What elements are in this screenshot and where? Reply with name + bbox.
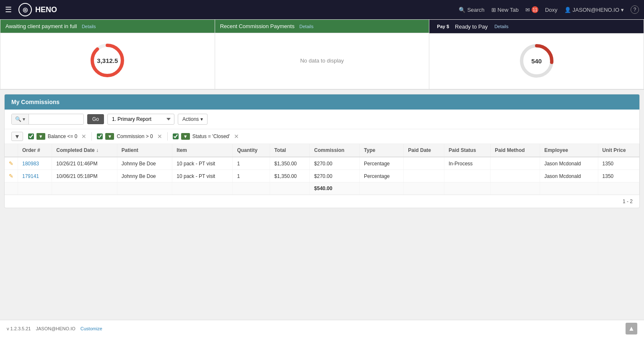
awaiting-value: 3,312.5 [97,57,118,64]
recent-title: Recent Commission Payments [220,23,295,29]
col-commission: Commission [310,144,360,157]
total-empty-5 [172,183,233,195]
new-tab-icon: ⊞ [491,7,496,13]
recent-no-data: No data to display [300,57,344,64]
col-paid-date: Paid Date [404,144,444,157]
qty-cell-2: 1 [233,170,270,183]
item-cell-1: 10 pack - PT visit [172,157,233,170]
filter-balance-remove[interactable]: ✕ [81,133,86,140]
col-order: Order # [18,144,52,157]
recent-card: Recent Commission Payments Details No da… [215,19,430,89]
paid-status-cell-1: In-Process [444,157,490,170]
filter-status-remove[interactable]: ✕ [234,133,239,140]
filter-divider-2 [167,132,168,141]
unit-price-cell-1: 1350 [598,157,639,170]
brand-name: HENO [35,5,57,14]
type-cell-1: Percentage [360,157,404,170]
filter-commission-checkbox[interactable] [97,133,103,139]
ready-details-link[interactable]: Details [494,24,509,29]
toolbar: 🔍 ▾ Go 1. Primary Report 2. Secondary Re… [5,110,639,129]
search-wrapper: 🔍 ▾ [11,114,84,125]
awaiting-details-link[interactable]: Details [82,24,96,29]
user-nav-item[interactable]: 👤 JASON@HENO.IO ▾ [564,7,624,13]
total-row: $540.00 [5,183,639,195]
total-empty-11 [491,183,540,195]
awaiting-donut: 3,312.5 [88,42,126,79]
col-edit [5,144,18,157]
actions-chevron: ▾ [200,116,203,122]
total-empty-13 [598,183,639,195]
search-input[interactable] [29,114,83,124]
total-empty-4 [117,183,172,195]
paid-method-cell-2 [491,170,540,183]
order-cell-1[interactable]: 180983 [18,157,52,170]
col-paid-status: Paid Status [444,144,490,157]
table-row: ✎ 180983 10/26/21 01:46PM Johnny Be Doe … [5,157,639,170]
date-cell-1: 10/26/21 01:46PM [52,157,117,170]
section-header: My Commissions [5,94,639,110]
new-tab-nav-item[interactable]: ⊞ New Tab [491,7,519,13]
filter-balance-label: Balance <= 0 [48,133,78,139]
edit-cell-2[interactable]: ✎ [5,170,18,183]
mail-badge: 11 [532,6,538,13]
paid-date-cell-2 [404,170,444,183]
paid-status-cell-2 [444,170,490,183]
col-unit-price: Unit Price [598,144,639,157]
pagination-label: 1 - 2 [623,199,633,204]
report-select[interactable]: 1. Primary Report 2. Secondary Report [107,114,174,125]
total-empty-3 [52,183,117,195]
actions-label: Actions [182,116,199,122]
help-nav-item[interactable]: ? [631,5,639,14]
recent-details-link[interactable]: Details [299,24,314,29]
help-icon: ? [634,7,636,13]
section-title: My Commissions [11,99,60,105]
total-cell-1: $1,350.00 [270,157,310,170]
col-employee: Employee [540,144,598,157]
navbar-actions: 🔍 Search ⊞ New Tab ✉ 11 Doxy 👤 JASON@HEN… [459,5,639,14]
table-row: ✎ 179141 10/06/21 05:18PM Johnny Be Doe … [5,170,639,183]
search-nav-item[interactable]: 🔍 Search [459,7,484,13]
filter-commission-remove[interactable]: ✕ [157,133,162,140]
filter-status-checkbox[interactable] [173,133,179,139]
chevron-down-icon: ▾ [621,7,624,13]
actions-button[interactable]: Actions ▾ [178,114,208,125]
item-cell-2: 10 pack - PT visit [172,170,233,183]
filter-balance: ▼ Balance <= 0 ✕ [28,133,87,140]
total-empty-8 [360,183,404,195]
total-empty-12 [540,183,598,195]
mail-icon: ✉ [525,7,530,13]
col-date: Completed Date ↓ [52,144,117,157]
summary-row: Awaiting client payment in full Details … [0,19,644,90]
pagination: 1 - 2 [5,195,639,208]
col-type: Type [360,144,404,157]
brand: ◎ HENO [18,3,57,16]
new-tab-label: New Tab [498,7,519,13]
table-header: Order # Completed Date ↓ Patient Item Qu… [5,144,639,157]
sort-icon[interactable]: ↓ [96,147,99,153]
collapse-btn[interactable]: ▼ [11,132,23,141]
filter-divider-1 [91,132,92,141]
col-total: Total [270,144,310,157]
mail-nav-item[interactable]: ✉ 11 [525,6,538,13]
logo-icon: ◎ [18,3,32,16]
menu-icon[interactable]: ☰ [5,5,12,14]
recent-card-header: Recent Commission Payments Details [215,20,429,33]
pay-badge: Pay $ [434,23,452,30]
edit-cell-1[interactable]: ✎ [5,157,18,170]
employee-cell-2: Jason Mcdonald [540,170,598,183]
filter-balance-checkbox[interactable] [28,133,34,139]
total-commission: $540.00 [310,183,360,195]
filters-row: ▼ ▼ Balance <= 0 ✕ ▼ Commission > 0 ✕ ▼ … [5,129,639,144]
user-label: JASON@HENO.IO [573,7,619,13]
search-type-btn[interactable]: 🔍 ▾ [12,114,29,124]
table-body: ✎ 180983 10/26/21 01:46PM Johnny Be Doe … [5,157,639,195]
order-cell-2[interactable]: 179141 [18,170,52,183]
go-button[interactable]: Go [87,114,104,124]
paid-date-cell-1 [404,157,444,170]
col-paid-method: Paid Method [491,144,540,157]
doxy-nav-item[interactable]: Doxy [545,7,558,13]
total-empty-7 [270,183,310,195]
filter-commission-label: Commission > 0 [117,133,153,139]
filter-status-label: Status = 'Closed' [192,133,230,139]
patient-cell-2: Johnny Be Doe [117,170,172,183]
